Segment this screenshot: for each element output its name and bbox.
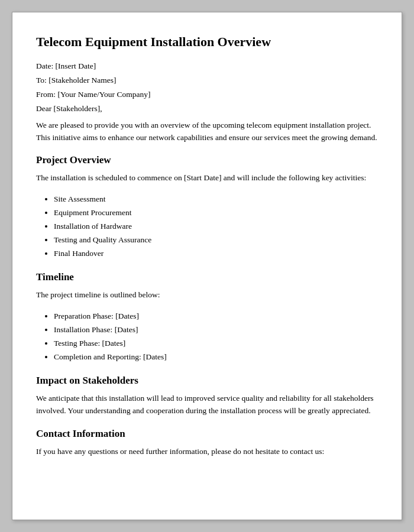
list-item: Final Handover <box>54 247 378 261</box>
list-item: Site Assessment <box>54 193 378 206</box>
list-item: Testing Phase: [Dates] <box>54 337 378 351</box>
section-heading-impact: Impact on Stakeholders <box>36 375 378 387</box>
list-item: Preparation Phase: [Dates] <box>54 310 378 323</box>
project-overview-list: Site Assessment Equipment Procurement In… <box>36 193 378 261</box>
list-item: Installation of Hardware <box>54 220 378 233</box>
greeting-line: Dear [Stakeholders], <box>36 104 378 113</box>
timeline-body: The project timeline is outlined below: <box>36 289 378 301</box>
to-line: To: [Stakeholder Names] <box>36 76 378 85</box>
list-item: Completion and Reporting: [Dates] <box>54 351 378 364</box>
document-container: Telecom Equipment Installation Overview … <box>12 12 402 520</box>
list-item: Installation Phase: [Dates] <box>54 323 378 337</box>
intro-paragraph: We are pleased to provide you with an ov… <box>36 119 378 144</box>
document-title: Telecom Equipment Installation Overview <box>36 34 378 51</box>
timeline-list: Preparation Phase: [Dates] Installation … <box>36 310 378 364</box>
list-item: Testing and Quality Assurance <box>54 233 378 247</box>
section-heading-contact: Contact Information <box>36 428 378 440</box>
project-overview-body: The installation is scheduled to commenc… <box>36 172 378 184</box>
from-line: From: [Your Name/Your Company] <box>36 90 378 99</box>
section-heading-project-overview: Project Overview <box>36 154 378 166</box>
list-item: Equipment Procurement <box>54 206 378 220</box>
date-line: Date: [Insert Date] <box>36 61 378 71</box>
section-heading-timeline: Timeline <box>36 271 378 283</box>
contact-body: If you have any questions or need furthe… <box>36 446 378 458</box>
impact-body: We anticipate that this installation wil… <box>36 392 378 417</box>
